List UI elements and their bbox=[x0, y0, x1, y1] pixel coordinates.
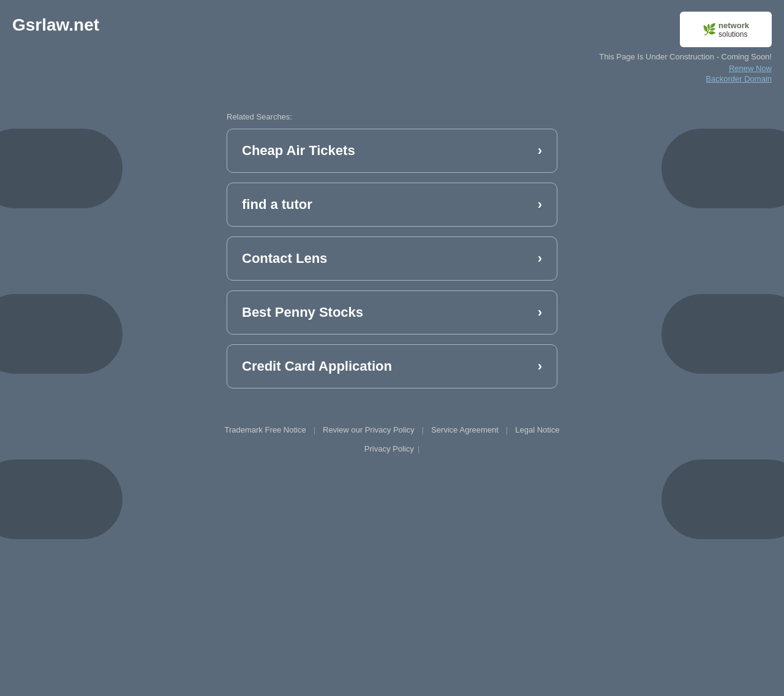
search-item[interactable]: Credit Card Application› bbox=[227, 344, 557, 388]
search-item[interactable]: find a tutor› bbox=[227, 183, 557, 227]
search-item-arrow-icon: › bbox=[538, 143, 542, 159]
decorative-pill-left-top bbox=[0, 129, 123, 208]
header-right: 🌿 network solutions This Page Is Under C… bbox=[599, 12, 772, 85]
footer: Trademark Free Notice|Review our Privacy… bbox=[0, 425, 784, 472]
search-item[interactable]: Best Penny Stocks› bbox=[227, 290, 557, 335]
privacy-policy-link[interactable]: Privacy Policy bbox=[364, 444, 414, 453]
privacy-separator: | bbox=[418, 444, 420, 453]
ns-logo-inner: 🌿 network solutions bbox=[703, 21, 749, 39]
ns-logo-text-block: network solutions bbox=[718, 21, 749, 39]
search-item-text: Cheap Air Tickets bbox=[242, 143, 355, 159]
search-item-text: Credit Card Application bbox=[242, 358, 392, 374]
search-items-container: Cheap Air Tickets›find a tutor›Contact L… bbox=[227, 129, 557, 388]
ns-leaf-icon: 🌿 bbox=[703, 23, 716, 36]
footer-privacy: Privacy Policy | bbox=[0, 444, 784, 453]
search-item[interactable]: Contact Lens› bbox=[227, 236, 557, 281]
renew-now-link[interactable]: Renew Now bbox=[729, 64, 772, 73]
search-item-arrow-icon: › bbox=[538, 358, 542, 374]
footer-links-container: Trademark Free Notice|Review our Privacy… bbox=[217, 425, 567, 434]
footer-links: Trademark Free Notice|Review our Privacy… bbox=[0, 425, 784, 434]
ns-logo-wrapper: 🌿 network solutions bbox=[680, 12, 772, 47]
search-item-arrow-icon: › bbox=[538, 251, 542, 267]
backorder-domain-link[interactable]: Backorder Domain bbox=[706, 74, 772, 83]
ns-logo-solutions: solutions bbox=[718, 30, 749, 39]
header: Gsrlaw.net 🌿 network solutions This Page… bbox=[0, 0, 784, 94]
under-construction-text: This Page Is Under Construction - Coming… bbox=[599, 52, 772, 61]
search-item[interactable]: Cheap Air Tickets› bbox=[227, 129, 557, 173]
footer-link[interactable]: Trademark Free Notice bbox=[217, 425, 313, 434]
search-item-arrow-icon: › bbox=[538, 304, 542, 320]
footer-link[interactable]: Service Agreement bbox=[424, 425, 506, 434]
search-item-text: find a tutor bbox=[242, 197, 312, 213]
main-content: Related Searches: Cheap Air Tickets›find… bbox=[214, 112, 570, 388]
search-item-text: Best Penny Stocks bbox=[242, 304, 363, 320]
site-title[interactable]: Gsrlaw.net bbox=[12, 15, 99, 35]
decorative-pill-right-top bbox=[662, 129, 784, 208]
footer-link[interactable]: Review our Privacy Policy bbox=[315, 425, 422, 434]
search-item-arrow-icon: › bbox=[538, 197, 542, 213]
ns-logo-network: network bbox=[718, 21, 749, 30]
decorative-pill-right-bottom bbox=[662, 460, 784, 539]
footer-link[interactable]: Legal Notice bbox=[508, 425, 567, 434]
network-solutions-logo[interactable]: 🌿 network solutions bbox=[680, 12, 772, 47]
decorative-pill-left-middle bbox=[0, 294, 123, 374]
related-searches-label: Related Searches: bbox=[227, 112, 557, 121]
decorative-pill-right-middle bbox=[662, 294, 784, 374]
search-item-text: Contact Lens bbox=[242, 251, 327, 267]
decorative-pill-left-bottom bbox=[0, 460, 123, 539]
